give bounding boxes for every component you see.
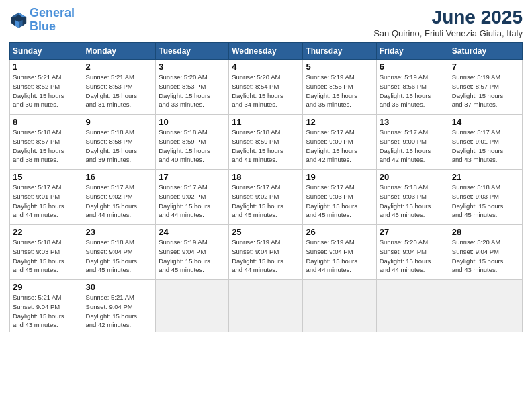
- day-info: Sunrise: 5:19 AM Sunset: 9:04 PM Dayligh…: [306, 238, 373, 275]
- header: General Blue June 2025 San Quirino, Friu…: [9, 7, 523, 38]
- calendar-week-5: 29Sunrise: 5:21 AM Sunset: 9:04 PM Dayli…: [10, 280, 523, 332]
- calendar-cell: [229, 280, 303, 332]
- calendar-table: SundayMondayTuesdayWednesdayThursdayFrid…: [9, 42, 523, 332]
- logo-icon: [9, 11, 28, 30]
- day-number: 16: [86, 172, 153, 182]
- calendar-cell: 9Sunrise: 5:18 AM Sunset: 8:58 PM Daylig…: [83, 115, 156, 170]
- day-info: Sunrise: 5:17 AM Sunset: 9:02 PM Dayligh…: [232, 183, 300, 220]
- logo: General Blue: [9, 7, 75, 34]
- calendar-cell: 10Sunrise: 5:18 AM Sunset: 8:59 PM Dayli…: [156, 115, 229, 170]
- day-info: Sunrise: 5:21 AM Sunset: 9:04 PM Dayligh…: [86, 293, 153, 330]
- day-number: 12: [306, 117, 373, 127]
- day-number: 19: [306, 172, 373, 182]
- calendar-cell: 21Sunrise: 5:18 AM Sunset: 9:03 PM Dayli…: [449, 170, 522, 225]
- day-number: 24: [159, 227, 226, 237]
- calendar-cell: [376, 280, 449, 332]
- day-info: Sunrise: 5:18 AM Sunset: 9:04 PM Dayligh…: [86, 238, 153, 275]
- calendar-cell: 27Sunrise: 5:20 AM Sunset: 9:04 PM Dayli…: [376, 225, 449, 280]
- calendar-cell: [303, 280, 376, 332]
- day-info: Sunrise: 5:19 AM Sunset: 8:55 PM Dayligh…: [306, 73, 373, 109]
- calendar-cell: 8Sunrise: 5:18 AM Sunset: 8:57 PM Daylig…: [10, 115, 83, 170]
- calendar-cell: 19Sunrise: 5:17 AM Sunset: 9:03 PM Dayli…: [303, 170, 376, 225]
- calendar-cell: 25Sunrise: 5:19 AM Sunset: 9:04 PM Dayli…: [229, 225, 303, 280]
- day-number: 6: [380, 62, 446, 72]
- calendar-header-monday: Monday: [83, 43, 156, 60]
- calendar-cell: 15Sunrise: 5:17 AM Sunset: 9:01 PM Dayli…: [10, 170, 83, 225]
- calendar-header-row: SundayMondayTuesdayWednesdayThursdayFrid…: [10, 43, 523, 60]
- day-info: Sunrise: 5:17 AM Sunset: 9:00 PM Dayligh…: [306, 128, 373, 165]
- calendar-cell: 26Sunrise: 5:19 AM Sunset: 9:04 PM Dayli…: [303, 225, 376, 280]
- calendar-header-wednesday: Wednesday: [229, 43, 303, 60]
- day-number: 17: [159, 172, 226, 182]
- calendar-cell: 17Sunrise: 5:17 AM Sunset: 9:02 PM Dayli…: [156, 170, 229, 225]
- day-number: 27: [380, 227, 446, 237]
- day-number: 21: [452, 172, 519, 182]
- day-number: 23: [86, 227, 153, 237]
- calendar-cell: 11Sunrise: 5:18 AM Sunset: 8:59 PM Dayli…: [229, 115, 303, 170]
- calendar-week-3: 15Sunrise: 5:17 AM Sunset: 9:01 PM Dayli…: [10, 170, 523, 225]
- day-info: Sunrise: 5:20 AM Sunset: 8:54 PM Dayligh…: [232, 73, 300, 109]
- day-info: Sunrise: 5:17 AM Sunset: 9:02 PM Dayligh…: [159, 183, 226, 220]
- location-subtitle: San Quirino, Friuli Venezia Giulia, Ital…: [373, 28, 523, 38]
- calendar-cell: 20Sunrise: 5:18 AM Sunset: 9:03 PM Dayli…: [376, 170, 449, 225]
- calendar-cell: 3Sunrise: 5:20 AM Sunset: 8:53 PM Daylig…: [156, 60, 229, 115]
- logo-text: General Blue: [30, 7, 75, 34]
- day-number: 20: [380, 172, 446, 182]
- calendar-cell: 30Sunrise: 5:21 AM Sunset: 9:04 PM Dayli…: [83, 280, 156, 332]
- day-info: Sunrise: 5:17 AM Sunset: 9:02 PM Dayligh…: [86, 183, 153, 220]
- day-number: 15: [13, 172, 80, 182]
- day-number: 10: [159, 117, 226, 127]
- day-number: 22: [13, 227, 80, 237]
- day-number: 18: [232, 172, 300, 182]
- calendar-cell: 13Sunrise: 5:17 AM Sunset: 9:00 PM Dayli…: [376, 115, 449, 170]
- day-info: Sunrise: 5:20 AM Sunset: 8:53 PM Dayligh…: [159, 73, 226, 109]
- day-info: Sunrise: 5:19 AM Sunset: 8:57 PM Dayligh…: [452, 73, 519, 109]
- calendar-week-4: 22Sunrise: 5:18 AM Sunset: 9:03 PM Dayli…: [10, 225, 523, 280]
- day-info: Sunrise: 5:19 AM Sunset: 9:04 PM Dayligh…: [232, 238, 300, 275]
- calendar-header-friday: Friday: [376, 43, 449, 60]
- title-block: June 2025 San Quirino, Friuli Venezia Gi…: [373, 7, 523, 38]
- day-number: 13: [380, 117, 446, 127]
- day-info: Sunrise: 5:18 AM Sunset: 9:03 PM Dayligh…: [13, 238, 80, 275]
- page-container: General Blue June 2025 San Quirino, Friu…: [0, 0, 532, 339]
- day-number: 5: [306, 62, 373, 72]
- calendar-header-thursday: Thursday: [303, 43, 376, 60]
- day-info: Sunrise: 5:18 AM Sunset: 8:58 PM Dayligh…: [86, 128, 153, 165]
- day-info: Sunrise: 5:19 AM Sunset: 9:04 PM Dayligh…: [159, 238, 226, 275]
- day-info: Sunrise: 5:21 AM Sunset: 8:52 PM Dayligh…: [13, 73, 80, 109]
- calendar-cell: 1Sunrise: 5:21 AM Sunset: 8:52 PM Daylig…: [10, 60, 83, 115]
- day-number: 3: [159, 62, 226, 72]
- day-info: Sunrise: 5:17 AM Sunset: 9:01 PM Dayligh…: [13, 183, 80, 220]
- calendar-cell: 22Sunrise: 5:18 AM Sunset: 9:03 PM Dayli…: [10, 225, 83, 280]
- calendar-cell: 7Sunrise: 5:19 AM Sunset: 8:57 PM Daylig…: [449, 60, 522, 115]
- calendar-cell: 14Sunrise: 5:17 AM Sunset: 9:01 PM Dayli…: [449, 115, 522, 170]
- day-number: 28: [452, 227, 519, 237]
- day-info: Sunrise: 5:21 AM Sunset: 8:53 PM Dayligh…: [86, 73, 153, 109]
- day-number: 14: [452, 117, 519, 127]
- calendar-cell: 28Sunrise: 5:20 AM Sunset: 9:04 PM Dayli…: [449, 225, 522, 280]
- calendar-cell: 29Sunrise: 5:21 AM Sunset: 9:04 PM Dayli…: [10, 280, 83, 332]
- day-number: 29: [13, 282, 80, 292]
- calendar-cell: 23Sunrise: 5:18 AM Sunset: 9:04 PM Dayli…: [83, 225, 156, 280]
- calendar-cell: 16Sunrise: 5:17 AM Sunset: 9:02 PM Dayli…: [83, 170, 156, 225]
- day-number: 1: [13, 62, 80, 72]
- day-number: 8: [13, 117, 80, 127]
- calendar-cell: 24Sunrise: 5:19 AM Sunset: 9:04 PM Dayli…: [156, 225, 229, 280]
- day-info: Sunrise: 5:21 AM Sunset: 9:04 PM Dayligh…: [13, 293, 80, 330]
- day-number: 2: [86, 62, 153, 72]
- day-number: 9: [86, 117, 153, 127]
- calendar-week-2: 8Sunrise: 5:18 AM Sunset: 8:57 PM Daylig…: [10, 115, 523, 170]
- day-info: Sunrise: 5:20 AM Sunset: 9:04 PM Dayligh…: [380, 238, 446, 275]
- calendar-week-1: 1Sunrise: 5:21 AM Sunset: 8:52 PM Daylig…: [10, 60, 523, 115]
- calendar-cell: 2Sunrise: 5:21 AM Sunset: 8:53 PM Daylig…: [83, 60, 156, 115]
- day-number: 11: [232, 117, 300, 127]
- day-info: Sunrise: 5:18 AM Sunset: 9:03 PM Dayligh…: [452, 183, 519, 220]
- day-number: 7: [452, 62, 519, 72]
- day-info: Sunrise: 5:18 AM Sunset: 8:59 PM Dayligh…: [159, 128, 226, 165]
- day-number: 26: [306, 227, 373, 237]
- month-title: June 2025: [373, 7, 523, 28]
- calendar-cell: [449, 280, 522, 332]
- calendar-cell: 12Sunrise: 5:17 AM Sunset: 9:00 PM Dayli…: [303, 115, 376, 170]
- day-info: Sunrise: 5:20 AM Sunset: 9:04 PM Dayligh…: [452, 238, 519, 275]
- day-info: Sunrise: 5:17 AM Sunset: 9:03 PM Dayligh…: [306, 183, 373, 220]
